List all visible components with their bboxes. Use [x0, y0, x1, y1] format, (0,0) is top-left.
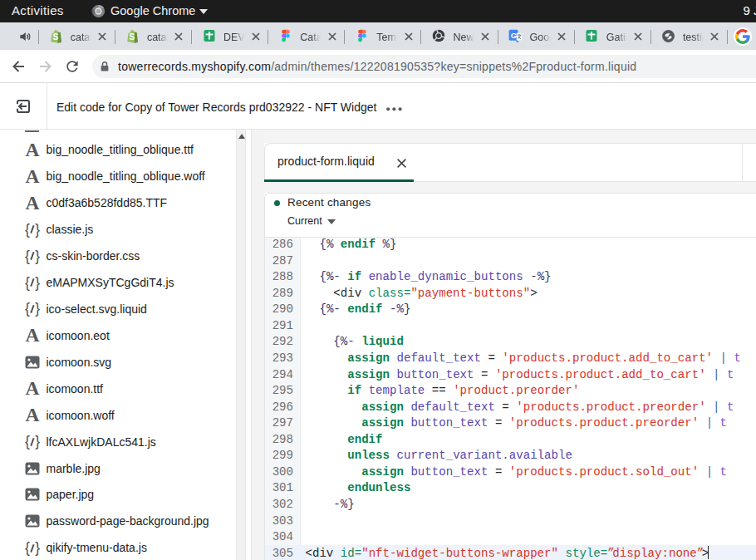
svg-text:S: S [130, 32, 135, 42]
svg-text:S: S [53, 32, 59, 42]
svg-text:G: G [511, 31, 517, 40]
